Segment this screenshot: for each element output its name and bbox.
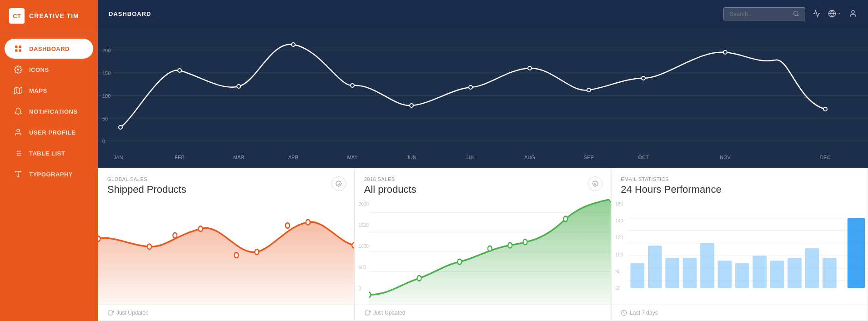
svg-point-72 [417, 276, 421, 281]
sidebar-item-dashboard[interactable]: DASHBOARD [5, 39, 93, 59]
card-email-stats-footer-text: Last 7 days [630, 310, 657, 316]
language-icon[interactable] [828, 10, 842, 18]
sidebar-nav: DASHBOARD ICONS MAPS NOTIFICATIONS [0, 32, 98, 321]
y-label-60: 60 [615, 286, 623, 291]
brand-logo: CT [9, 8, 25, 24]
svg-text:OCT: OCT [638, 155, 649, 160]
sidebar-item-icons[interactable]: ICONS [5, 60, 93, 80]
svg-point-17 [794, 11, 798, 15]
y-label-160: 160 [615, 201, 623, 206]
y-label-120: 120 [615, 235, 623, 240]
svg-point-77 [563, 216, 567, 222]
refresh-icon [107, 310, 114, 316]
bar-5 [700, 243, 714, 288]
sidebar-item-user-profile[interactable]: USER PROFILE [5, 122, 93, 142]
cards-area: Global Sales Shipped Products [98, 168, 868, 321]
svg-point-66 [595, 183, 597, 185]
svg-text:JUN: JUN [406, 155, 416, 160]
icons-icon [14, 65, 23, 74]
svg-text:NOV: NOV [720, 155, 731, 160]
svg-text:AUG: AUG [524, 155, 535, 160]
svg-text:JUL: JUL [466, 155, 475, 160]
page-title: DASHBOARD [109, 10, 151, 17]
card-shipped-footer-text: Just Updated [116, 310, 149, 316]
card-shipped-chart [98, 199, 354, 305]
card-email-stats-footer: Last 7 days [612, 305, 868, 321]
sidebar-item-maps-label: MAPS [29, 87, 47, 94]
svg-point-65 [352, 243, 354, 248]
card-all-products-title: All products [364, 184, 602, 196]
svg-point-76 [523, 239, 527, 245]
card-shipped-subtitle: Global Sales [107, 176, 345, 182]
bar-4 [683, 258, 697, 288]
svg-point-73 [457, 259, 462, 265]
svg-point-4 [17, 69, 20, 71]
svg-text:150: 150 [102, 70, 110, 76]
search-input[interactable] [729, 10, 789, 17]
bar-chart-svg [628, 199, 868, 305]
sidebar-item-dashboard-label: DASHBOARD [29, 45, 70, 52]
sidebar-item-notifications[interactable]: NOTIFICATIONS [5, 101, 93, 121]
sidebar-brand: CT CREATIVE TIM [0, 0, 98, 32]
svg-rect-0 [15, 45, 17, 48]
svg-point-57 [98, 236, 100, 241]
svg-point-74 [488, 246, 492, 251]
card-all-products-subtitle: 2018 Sales [364, 176, 602, 182]
card-shipped-gear-button[interactable] [331, 176, 346, 191]
bar-9 [770, 261, 784, 288]
user-account-icon[interactable] [849, 10, 857, 18]
card-all-products-footer: Just Updated [355, 305, 611, 321]
y-label-2000: 2000 [359, 201, 369, 206]
card-all-products-header: 2018 Sales All products [355, 168, 611, 199]
svg-point-39 [528, 66, 532, 70]
topbar: DASHBOARD [98, 0, 868, 27]
refresh-icon-2 [364, 310, 371, 316]
card-shipped-title: Shipped Products [107, 184, 345, 196]
bar-11 [805, 248, 819, 288]
svg-text:JAN: JAN [114, 155, 123, 160]
svg-point-40 [587, 88, 591, 92]
svg-point-36 [351, 84, 354, 87]
maps-icon [14, 86, 23, 95]
svg-point-56 [338, 183, 340, 185]
bar-3 [666, 258, 680, 288]
svg-marker-5 [15, 87, 22, 94]
main-chart-svg: 200 150 100 50 0 [98, 27, 868, 168]
svg-point-61 [234, 252, 238, 258]
search-box[interactable] [723, 7, 805, 20]
sidebar-item-maps[interactable]: MAPS [5, 80, 93, 100]
card-shipped-header: Global Sales Shipped Products [98, 168, 354, 199]
svg-text:FEB: FEB [175, 155, 184, 160]
svg-point-60 [199, 226, 203, 231]
card-email-stats-header: Email Statistics 24 Hours Performance [612, 168, 868, 199]
main-chart-area: 200 150 100 50 0 [98, 27, 868, 168]
pulse-icon[interactable] [813, 10, 821, 18]
card-shipped-products: Global Sales Shipped Products [98, 168, 355, 321]
svg-point-32 [119, 125, 122, 129]
svg-point-42 [723, 50, 727, 54]
svg-text:APR: APR [288, 155, 299, 160]
y-label-100: 100 [615, 252, 623, 257]
sidebar-item-typography[interactable]: TYPOGRAPHY [5, 164, 93, 184]
svg-point-58 [147, 244, 151, 250]
sidebar-item-table-list-label: TABLE LIST [29, 150, 65, 157]
sidebar-item-user-profile-label: USER PROFILE [29, 129, 75, 136]
y-label-140: 140 [615, 218, 623, 223]
svg-point-38 [469, 85, 472, 89]
svg-point-64 [306, 220, 310, 225]
y-label-80: 80 [615, 269, 623, 274]
svg-text:50: 50 [102, 116, 108, 121]
svg-point-59 [173, 233, 177, 238]
svg-rect-1 [19, 45, 21, 48]
sidebar-item-table-list[interactable]: TABLE LIST [5, 143, 93, 163]
table-list-icon [14, 149, 23, 158]
bar-12 [823, 258, 837, 288]
svg-point-41 [642, 76, 645, 80]
svg-point-63 [286, 223, 290, 228]
svg-rect-3 [19, 50, 21, 52]
bar-7 [735, 263, 749, 288]
sidebar-item-notifications-label: NOTIFICATIONS [29, 108, 78, 115]
svg-text:0: 0 [102, 139, 105, 144]
svg-point-21 [852, 10, 854, 13]
topbar-right [723, 7, 857, 20]
